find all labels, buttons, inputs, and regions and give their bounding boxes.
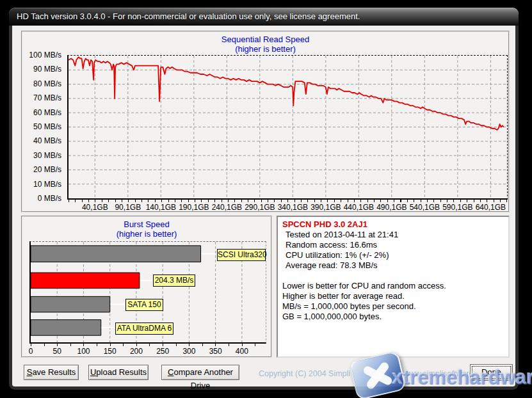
sequential-chart-title: Sequential Read Speed (22, 35, 508, 44)
y-axis-label: 0 MB/s (38, 194, 61, 203)
y-axis-label: 20 MB/s (33, 165, 61, 174)
x-axis-label: 90,1GB (115, 203, 141, 212)
x-axis-label: 250 (156, 347, 169, 356)
compare-another-drive-button[interactable]: Compare Another Drive (161, 365, 239, 380)
x-axis-label: 350 (209, 347, 222, 356)
y-axis-label: 10 MB/s (33, 180, 61, 189)
x-axis-label: 40,1GB (82, 203, 108, 212)
x-axis-label: 300 (182, 347, 195, 356)
x-axis-label: 190,1GB (179, 203, 209, 212)
y-axis-label: 60 MB/s (33, 108, 61, 117)
watermark-text: xtremehardware.com (392, 366, 532, 389)
note-mbs-definition: MB/s = 1,000,000 bytes per second. (282, 301, 504, 312)
note-lower-better: Lower is better for CPU and random acces… (282, 281, 504, 291)
burst-plot-area: SCSI Ultra320 204.3 MB/s SATA 150 ATA Ul… (29, 241, 266, 344)
sequential-y-axis-labels: 100 MB/s90 MB/s80 MB/s70 MB/s60 MB/s50 M… (22, 55, 65, 200)
y-axis-label: 40 MB/s (33, 136, 61, 145)
random-access-text: Random access: 16.6ms (282, 240, 504, 250)
note-gb-definition: GB = 1,000,000,000 bytes. (282, 312, 504, 322)
window-titlebar[interactable]: HD Tach version 3.0.4.0 - For non-commer… (9, 8, 519, 26)
x-axis-label: 400 (236, 347, 248, 356)
window-client-area: Sequential Read Speed (higher is better)… (12, 26, 515, 386)
sequential-line-chart (69, 56, 507, 198)
average-read-text: Average read: 78.3 MB/s (282, 260, 504, 271)
sequential-x-axis-ticks (69, 200, 507, 202)
cpu-utilization-text: CPU utilization: 1% (+/- 2%) (282, 250, 504, 260)
x-axis-label: 100 (77, 347, 90, 356)
sequential-plot-area (67, 55, 508, 200)
burst-chart-subtitle: (higher is better) (22, 229, 271, 239)
sequential-chart-subtitle: (higher is better) (22, 44, 508, 54)
x-axis-label: 200 (130, 347, 143, 356)
bar-label-tested-drive-speed: 204.3 MB/s (153, 275, 195, 287)
x-axis-label: 590,1GB (442, 203, 472, 212)
bar-label-sata-150: SATA 150 (125, 299, 163, 311)
x-axis-label: 140,1GB (146, 203, 176, 212)
upload-results-button[interactable]: Upload Results (88, 365, 149, 380)
x-axis-label: 340,1GB (278, 203, 308, 212)
burst-chart-title: Burst Speed (22, 219, 271, 229)
x-axis-label: 540,1GB (410, 203, 440, 212)
bar-label-scsi-ultra320: SCSI Ultra320 (217, 249, 266, 261)
y-axis-label: 50 MB/s (33, 122, 61, 131)
x-axis-label: 50 (53, 347, 61, 356)
x-axis-label: 390,1GB (310, 203, 341, 212)
burst-x-axis-ticks (31, 344, 266, 346)
burst-speed-panel: Burst Speed (higher is better) SCSI Ultr… (21, 216, 272, 358)
y-axis-label: 80 MB/s (33, 79, 61, 88)
y-axis-label: 90 MB/s (33, 65, 61, 74)
app-window: HD Tach version 3.0.4.0 - For non-commer… (9, 8, 519, 390)
x-axis-label: 0 (29, 347, 33, 356)
sequential-read-panel: Sequential Read Speed (higher is better)… (21, 31, 510, 212)
tested-on-text: Tested on 2013-04-11 at 21:41 (282, 230, 504, 240)
save-results-button[interactable]: Save Results (24, 365, 79, 380)
window-title: HD Tach version 3.0.4.0 - For non-commer… (17, 12, 360, 21)
burst-x-axis-labels: 050100150200250300350400 (31, 347, 266, 356)
x-axis-label: 150 (104, 347, 117, 356)
note-higher-better: Higher is better for average read. (282, 291, 504, 301)
y-axis-label: 100 MB/s (29, 51, 61, 60)
x-axis-label: 440,1GB (344, 203, 374, 212)
spacer (282, 271, 504, 281)
x-axis-label: 640,1GB (476, 203, 506, 212)
sequential-x-axis-labels: 40,1GB90,1GB140,1GB190,1GB240,1GB290,1GB… (69, 203, 507, 212)
desktop: { "window": { "title": "HD Tach version … (0, 0, 532, 398)
y-axis-label: 30 MB/s (33, 151, 61, 160)
x-axis-label: 240,1GB (212, 203, 242, 212)
bar-label-ata-ultradma-6: ATA UltraDMA 6 (115, 322, 173, 335)
y-axis-label: 70 MB/s (33, 93, 61, 102)
drive-model-text: SPCCN PHD 3.0 2AJ1 (282, 219, 504, 230)
x-axis-label: 290,1GB (245, 203, 275, 212)
results-info-panel: SPCCN PHD 3.0 2AJ1 Tested on 2013-04-11 … (277, 216, 510, 358)
x-axis-label: 490,1GB (376, 203, 407, 212)
